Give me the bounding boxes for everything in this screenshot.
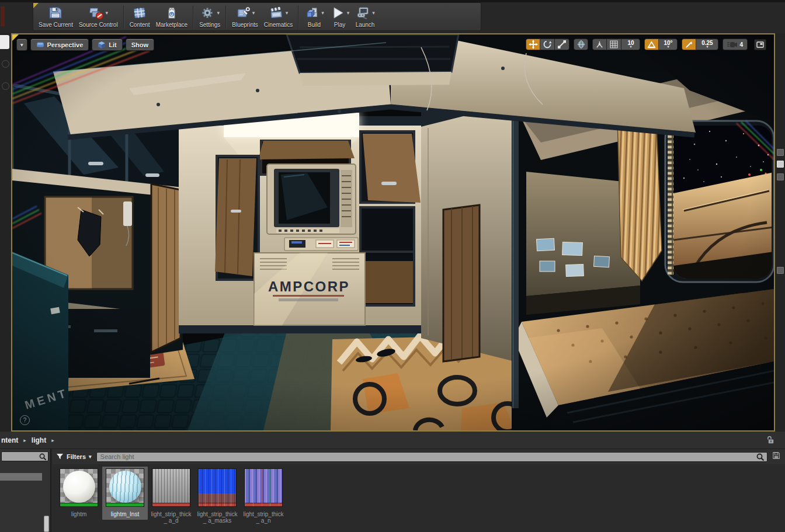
material-type-strip bbox=[60, 503, 98, 506]
asset-grid: lightm lightm_Inst light_strip_thick_ a_… bbox=[53, 464, 785, 532]
launch-device-icon bbox=[355, 5, 370, 20]
show-button[interactable]: Show bbox=[126, 39, 154, 51]
content-browser: ntent ▸ light ▸ bbox=[0, 432, 785, 532]
viewport-scene[interactable]: AMPCORP bbox=[12, 34, 774, 430]
launch-button[interactable]: ▾ Launch bbox=[352, 4, 378, 30]
texture-thumbnail bbox=[244, 468, 283, 507]
asset-light-strip-thick-a-n[interactable]: light_strip_thick_ a_n bbox=[241, 467, 286, 526]
grid-icon bbox=[610, 40, 618, 48]
caret-down-icon: ▾ bbox=[667, 46, 669, 48]
settings-button[interactable]: ▾ Settings bbox=[196, 4, 223, 30]
perspective-button[interactable]: Perspective bbox=[30, 39, 89, 51]
perspective-label: Perspective bbox=[47, 41, 84, 48]
play-button[interactable]: ▾ Play bbox=[327, 4, 353, 30]
funnel-icon bbox=[56, 453, 64, 460]
main-toolbar: Save Current ▾ Source Control bbox=[0, 0, 785, 34]
save-search-button[interactable] bbox=[772, 451, 780, 462]
grid-snap-value-button[interactable]: 10 ▾ bbox=[621, 39, 640, 50]
asset-search-box[interactable] bbox=[96, 452, 767, 462]
move-tool-button[interactable] bbox=[526, 39, 540, 50]
cinematics-button[interactable]: ▾ Cinematics bbox=[261, 4, 296, 30]
clapperboard-icon bbox=[269, 5, 284, 20]
scale-snap-button[interactable] bbox=[682, 39, 696, 50]
texture-thumbnail bbox=[152, 468, 190, 507]
viewport-help-icon[interactable]: ? bbox=[20, 415, 30, 425]
material-sphere bbox=[63, 471, 95, 503]
globe-icon bbox=[576, 40, 586, 49]
scale-tool-button[interactable] bbox=[555, 39, 569, 50]
viewport-toolbar-right: 10 ▾ 10° ▾ bbox=[526, 39, 766, 50]
rotation-snap-button[interactable] bbox=[644, 39, 659, 50]
asset-view: Filters ▾ bbox=[53, 449, 785, 532]
perspective-icon bbox=[36, 41, 44, 48]
toolbar-separator bbox=[123, 5, 124, 29]
material-instance-thumbnail bbox=[106, 468, 144, 507]
toolbar-separator bbox=[298, 5, 299, 29]
world-coordinate-button[interactable] bbox=[574, 39, 588, 50]
rotate-tool-button[interactable] bbox=[540, 39, 555, 50]
content-browser-icon bbox=[132, 5, 147, 20]
collapsed-tab-icon[interactable] bbox=[777, 173, 784, 180]
save-current-button[interactable]: Save Current bbox=[36, 4, 76, 30]
sources-panel bbox=[0, 449, 51, 532]
source-control-button[interactable]: ▾ Source Control bbox=[76, 4, 121, 30]
caret-down-icon: ▾ bbox=[20, 42, 23, 48]
surface-snap-button[interactable] bbox=[592, 39, 607, 50]
build-button[interactable]: ▾ Build bbox=[301, 4, 327, 30]
blueprints-button[interactable]: ▾ Blueprints bbox=[229, 4, 260, 30]
breadcrumb-arrow-icon: ▸ bbox=[51, 437, 54, 443]
collapsed-panel-stub[interactable] bbox=[0, 35, 9, 49]
marketplace-bag-icon bbox=[164, 5, 179, 20]
content-button[interactable]: Content bbox=[127, 4, 153, 30]
scale-snap-value-button[interactable]: 0.25 ▾ bbox=[696, 39, 718, 50]
caret-down-icon: ▾ bbox=[252, 10, 255, 16]
toolbar-corner-marker bbox=[33, 3, 39, 8]
texture-thumbnail bbox=[198, 468, 237, 507]
texture-type-strip bbox=[245, 503, 282, 506]
left-edge-strip bbox=[0, 33, 12, 432]
texture-type-strip bbox=[199, 503, 236, 506]
filters-label: Filters bbox=[67, 453, 86, 460]
filters-button[interactable]: Filters ▾ bbox=[56, 453, 92, 460]
lock-content-browser-button[interactable] bbox=[766, 436, 775, 447]
paths-search-box[interactable] bbox=[1, 451, 48, 461]
viewport-toolbar-left: ▾ Perspective Lit Show bbox=[16, 39, 154, 51]
asset-light-strip-thick-a-masks[interactable]: light_strip_thick_ a_masks bbox=[194, 467, 240, 526]
sources-scrollbar bbox=[44, 463, 49, 532]
save-search-icon bbox=[772, 451, 780, 460]
caret-down-icon: ▾ bbox=[89, 454, 92, 460]
caret-down-icon: ▾ bbox=[286, 10, 289, 16]
scrollbar-thumb[interactable] bbox=[44, 516, 49, 532]
asset-search-input[interactable] bbox=[97, 453, 767, 461]
lock-icon bbox=[766, 436, 775, 444]
collapsed-tab-icon[interactable] bbox=[777, 267, 784, 274]
breadcrumb-root[interactable]: ntent bbox=[0, 436, 18, 444]
marketplace-button[interactable]: Marketplace bbox=[153, 4, 190, 30]
asset-lightm[interactable]: lightm bbox=[56, 467, 102, 520]
asset-lightm-inst[interactable]: lightm_Inst bbox=[102, 467, 148, 520]
grid-snap-toggle-button[interactable] bbox=[607, 39, 621, 50]
rotation-snap-value-button[interactable]: 10° ▾ bbox=[659, 39, 678, 50]
camera-speed-button[interactable]: 4 bbox=[723, 39, 748, 50]
collapsed-tab-icon[interactable] bbox=[777, 161, 784, 168]
asset-light-strip-thick-a-d[interactable]: light_strip_thick_ a_d bbox=[148, 467, 194, 526]
breadcrumb-current[interactable]: light bbox=[32, 436, 46, 444]
maximize-viewport-button[interactable] bbox=[754, 39, 766, 50]
caret-down-icon: ▾ bbox=[321, 10, 324, 16]
lit-mode-button[interactable]: Lit bbox=[92, 39, 122, 51]
rotate-tool-icon bbox=[543, 40, 552, 49]
maximize-icon bbox=[756, 41, 764, 48]
toolbar-panel: Save Current ▾ Source Control bbox=[33, 2, 481, 31]
blueprints-icon bbox=[235, 5, 251, 20]
dim-help-icon bbox=[2, 60, 9, 68]
lit-cube-icon bbox=[98, 41, 106, 49]
collapsed-tab-icon[interactable] bbox=[777, 149, 784, 156]
surface-snap-icon bbox=[595, 40, 604, 49]
material-thumbnail bbox=[60, 468, 98, 507]
dim-help-icon bbox=[2, 82, 9, 90]
material-type-strip bbox=[106, 503, 144, 506]
build-cubes-icon bbox=[304, 5, 319, 20]
rotation-snap-icon bbox=[647, 40, 656, 49]
toolbar-separator bbox=[193, 5, 194, 29]
folder-row-selected[interactable] bbox=[0, 473, 42, 481]
